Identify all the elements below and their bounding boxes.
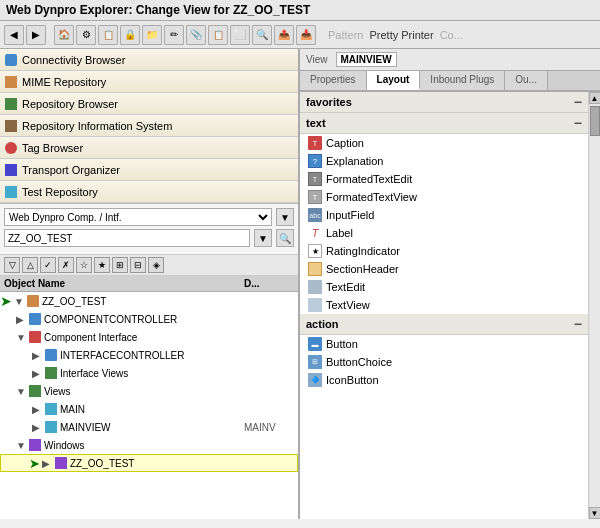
filter-area: Web Dynpro Comp. / Intf. All ▼ ▼ 🔍 (0, 204, 298, 255)
palette-item-section-header[interactable]: SectionHeader (300, 260, 588, 278)
ic-expand[interactable]: ▶ (32, 350, 44, 361)
search-go-btn[interactable]: 🔍 (276, 229, 294, 247)
windows-expand[interactable]: ▼ (16, 440, 28, 451)
nav-item-test[interactable]: Test Repository (0, 181, 298, 203)
palette-item-label[interactable]: T Label (300, 224, 588, 242)
object-name-input[interactable] (4, 229, 250, 247)
component-type-select[interactable]: Web Dynpro Comp. / Intf. All (4, 208, 272, 226)
text-view-label: TextView (326, 299, 370, 311)
palette-item-input-field[interactable]: abc InputField (300, 206, 588, 224)
ci-expand[interactable]: ▼ (16, 332, 28, 343)
palette-item-button[interactable]: ▬ Button (300, 335, 588, 353)
cc-expand[interactable]: ▶ (16, 314, 28, 325)
button-icon: ▬ (308, 337, 322, 351)
palette-item-caption[interactable]: T Caption (300, 134, 588, 152)
search-button[interactable]: 🔍 (252, 25, 272, 45)
tab-inbound-plugs[interactable]: Inbound Plugs (420, 71, 505, 90)
tree-expand-all-btn[interactable]: ▽ (4, 257, 20, 273)
action-collapse-btn[interactable]: − (574, 317, 582, 331)
tree-col-d: D... (244, 278, 294, 289)
settings-button[interactable]: ⚙ (76, 25, 96, 45)
caption-label: Caption (326, 137, 364, 149)
palette-item-formated-text-view[interactable]: T FormatedTextView (300, 188, 588, 206)
nav-item-transport[interactable]: Transport Organizer (0, 159, 298, 181)
tree-node-root[interactable]: ➤ ▼ ZZ_OO_TEST (0, 292, 298, 310)
tab-properties[interactable]: Properties (300, 71, 367, 90)
tree-node-componentcontroller[interactable]: ▶ COMPONENTCONTROLLER (0, 310, 298, 328)
tree-uncheck-btn[interactable]: ✗ (58, 257, 74, 273)
main-expand[interactable]: ▶ (32, 404, 44, 415)
tree-node-interfacecontroller[interactable]: ▶ INTERFACECONTROLLER (0, 346, 298, 364)
input-dropdown-btn[interactable]: ▼ (254, 229, 272, 247)
tree-area[interactable]: ➤ ▼ ZZ_OO_TEST ▶ COMPONENTCONTROLLER ▼ C… (0, 292, 298, 519)
clipboard-button[interactable]: 📋 (208, 25, 228, 45)
mainview-expand[interactable]: ▶ (32, 422, 44, 433)
back-button[interactable]: ◀ (4, 25, 24, 45)
repo-info-icon (4, 119, 18, 133)
forward-button[interactable]: ▶ (26, 25, 46, 45)
palette-item-text-view[interactable]: TextView (300, 296, 588, 314)
views-expand[interactable]: ▼ (16, 386, 28, 397)
root-expand[interactable]: ▼ (14, 296, 26, 307)
scroll-thumb[interactable] (590, 106, 600, 136)
lock-button[interactable]: 🔒 (120, 25, 140, 45)
palette-group-text-header[interactable]: text − (300, 113, 588, 134)
palette-item-icon-button[interactable]: 🔷 IconButton (300, 371, 588, 389)
nav-item-repo-info[interactable]: Repository Information System (0, 115, 298, 137)
tree-node-views[interactable]: ▼ Views (0, 382, 298, 400)
edit-button[interactable]: ✏ (164, 25, 184, 45)
rating-indicator-icon: ★ (308, 244, 322, 258)
scroll-track[interactable] (590, 104, 600, 507)
tree-node-component-interface[interactable]: ▼ Component Interface (0, 328, 298, 346)
tree-node-zzoo-window[interactable]: ➤ ▶ ZZ_OO_TEST (0, 454, 298, 472)
connectivity-icon (4, 53, 18, 67)
palette-group-action-header[interactable]: action − (300, 314, 588, 335)
nav-item-connectivity[interactable]: Connectivity Browser (0, 49, 298, 71)
palette-item-rating-indicator[interactable]: ★ RatingIndicator (300, 242, 588, 260)
tree-minus-btn[interactable]: ⊟ (130, 257, 146, 273)
title-bar: Web Dynpro Explorer: Change View for ZZ_… (0, 0, 600, 21)
nav-item-tag[interactable]: Tag Browser (0, 137, 298, 159)
folder-button[interactable]: 📁 (142, 25, 162, 45)
tree-diamond-btn[interactable]: ◈ (148, 257, 164, 273)
tab-layout[interactable]: Layout (367, 71, 421, 90)
square-button[interactable]: ⬜ (230, 25, 250, 45)
download-button[interactable]: 📥 (296, 25, 316, 45)
button-label: Button (326, 338, 358, 350)
palette-scrollbar[interactable]: ▲ ▼ (588, 92, 600, 519)
scroll-up-btn[interactable]: ▲ (589, 92, 601, 104)
window-expand[interactable]: ▶ (42, 458, 54, 469)
iv-icon (44, 366, 58, 380)
tree-grid-btn[interactable]: ⊞ (112, 257, 128, 273)
test-icon (4, 185, 18, 199)
palette-item-button-choice[interactable]: ⊞ ButtonChoice (300, 353, 588, 371)
tree-star-empty-btn[interactable]: ☆ (76, 257, 92, 273)
nav-item-repository[interactable]: Repository Browser (0, 93, 298, 115)
tab-outbound[interactable]: Ou... (505, 71, 548, 90)
tree-collapse-all-btn[interactable]: △ (22, 257, 38, 273)
tree-check-btn[interactable]: ✓ (40, 257, 56, 273)
palette-item-explanation[interactable]: ? Explanation (300, 152, 588, 170)
attach-button[interactable]: 📎 (186, 25, 206, 45)
tree-node-main[interactable]: ▶ MAIN (0, 400, 298, 418)
iv-expand[interactable]: ▶ (32, 368, 44, 379)
windows-label: Windows (44, 440, 244, 451)
mainview-label: MAINVIEW (60, 422, 244, 433)
palette-item-formated-text-edit[interactable]: T FormatedTextEdit (300, 170, 588, 188)
tree-node-mainview[interactable]: ▶ MAINVIEW MAINV (0, 418, 298, 436)
tree-node-interface-views[interactable]: ▶ Interface Views (0, 364, 298, 382)
home-button[interactable]: 🏠 (54, 25, 74, 45)
palette-item-text-edit[interactable]: TextEdit (300, 278, 588, 296)
tab-layout-label: Layout (377, 74, 410, 85)
nav-item-mime[interactable]: MIME Repository (0, 71, 298, 93)
tree-star-full-btn[interactable]: ★ (94, 257, 110, 273)
palette-group-favorites-header[interactable]: favorites − (300, 92, 588, 113)
tree-node-windows[interactable]: ▼ Windows (0, 436, 298, 454)
upload-button[interactable]: 📤 (274, 25, 294, 45)
text-group-label: text (306, 117, 326, 129)
scroll-down-btn[interactable]: ▼ (589, 507, 601, 519)
favorites-collapse-btn[interactable]: − (574, 95, 582, 109)
text-collapse-btn[interactable]: − (574, 116, 582, 130)
dropdown-arrow-btn[interactable]: ▼ (276, 208, 294, 226)
copy-button[interactable]: 📋 (98, 25, 118, 45)
